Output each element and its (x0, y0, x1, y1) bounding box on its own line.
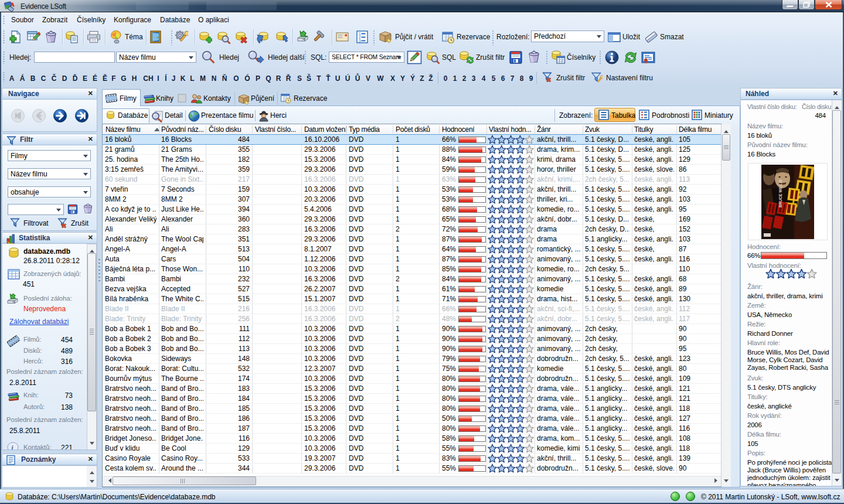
svg-text:BRUCE WILLIS: BRUCE WILLIS (778, 179, 782, 207)
svg-text:3: 3 (359, 39, 361, 43)
